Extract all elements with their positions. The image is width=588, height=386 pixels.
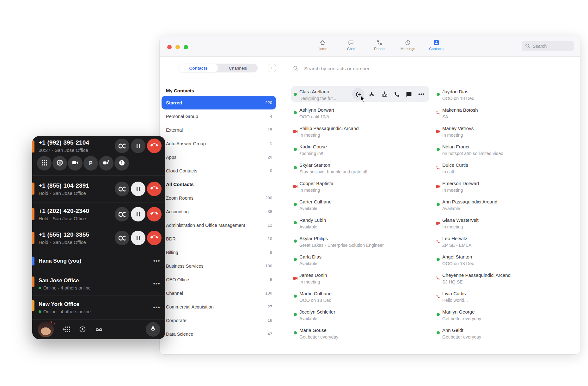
tab-contacts[interactable]: Contacts [179,64,218,72]
contact-name: Ann Passaquindici Arcand [442,199,574,205]
record-button[interactable] [52,156,67,171]
sidebar-directory-business-services[interactable]: Business Services 180 [162,259,276,273]
contact-name: Skylar Philips [299,235,431,241]
call-row-4[interactable]: +1 (555) 120-3355 Hold · San Jose Office [32,226,165,250]
call-row-2[interactable]: +1 (855) 104-2391 Hold · San Jose Office [32,176,165,202]
end-call-button[interactable] [147,139,162,153]
contact-row-ashlynn-dorwart[interactable]: Ashlynn Dorwart OOO until 10/5 [291,106,431,124]
merge-call-button[interactable] [115,231,129,245]
contact-row-jaydon-dias[interactable]: Jaydon Dias OOO on 18 Dec [434,87,574,106]
info-button[interactable] [114,156,129,171]
dialpad-button[interactable] [37,156,52,171]
add-contact-button[interactable]: + [268,64,276,72]
pause-icon [137,187,140,191]
contact-row-clara-arellano[interactable]: ••• Clara Arellano Designing the fut... [291,87,431,106]
minimize-window-button[interactable] [175,45,180,49]
sidebar-directory-administration-and-office-management[interactable]: Administration and Office Management 12 [162,218,276,232]
contact-row-kadin-gouse[interactable]: Kadin Gouse zooming in!! [291,142,431,161]
sidebar-directory-bdr[interactable]: BDR 10 [162,232,276,246]
merge-call-button[interactable] [115,207,129,221]
dialpad-add-icon[interactable] [62,325,70,333]
tab-channels[interactable]: Channels [218,64,258,72]
sidebar-group-external[interactable]: External 15 [162,123,276,137]
more-options-icon[interactable]: ••• [153,304,160,311]
item-count: 38 [268,209,272,214]
call-row-3[interactable]: +1 (202) 420-2340 Hold · San Jose Office [32,202,165,226]
sidebar-directory-billing[interactable]: Billing 8 [162,246,276,259]
contact-row-skylar-philips[interactable]: Skylar Philips Great Lakes - Enterprise … [291,234,431,252]
hold-button[interactable] [131,139,145,153]
hold-button[interactable] [131,231,145,245]
merge-call-button[interactable] [115,139,129,153]
sidebar-directory-ceo-office[interactable]: CEO Office 6 [162,273,276,286]
on-call-badge-icon [50,320,57,327]
zoom-window-button[interactable] [184,45,188,49]
avatar[interactable] [38,321,54,337]
contact-name: Cheyenne Passaquindici Arcand [442,272,574,278]
video-button[interactable] [68,156,83,171]
park-button[interactable]: P [83,156,98,171]
contact-row-giana-westervelt[interactable]: Giana Westervelt In meeting [434,216,574,234]
line-row-hana-song-you[interactable]: Hana Song (you) ••• [32,250,165,272]
end-call-button[interactable] [147,231,162,245]
contact-row-livia-curtis[interactable]: Livia Curtis Hello world... [434,289,574,308]
contact-name: Nolan Franci [442,144,574,150]
contact-row-dulce-curtis[interactable]: Dulce Curtis In call [434,161,574,179]
contact-row-jocelyn-schleifer[interactable]: Jocelyn Schleifer Available [291,308,431,326]
contact-search-input[interactable] [303,65,438,72]
sidebar-group-apps[interactable]: Apps 20 [162,150,276,164]
nav-tab-contacts[interactable]: Contacts [424,39,449,51]
sidebar-directory-channel[interactable]: Channel 100 [162,286,276,300]
contact-row-james-donin[interactable]: James Donin In meeting [291,271,431,289]
sidebar-directory-corporate[interactable]: Corporate 16 [162,314,276,327]
contact-row-marilyn-george[interactable]: Marilyn George Get better everyday [434,308,574,326]
hold-button[interactable] [131,207,145,221]
contact-row-marley-vetrovs[interactable]: Marley Vetrovs In meeting [434,124,574,142]
merge-call-button[interactable] [115,182,129,196]
sidebar-directory-accounting[interactable]: Accounting 38 [162,205,276,218]
add-video-button[interactable] [99,156,113,171]
contact-row-carla-dias[interactable]: Carla Dias Available [291,252,431,271]
contact-row-carter-culhane[interactable]: Carter Culhane Available [291,197,431,216]
contact-row-randy-lubin[interactable]: Randy Lubin Available [291,216,431,234]
contact-row-makenna-botosh[interactable]: Makenna Botosh SA [434,106,574,124]
contact-row-maria-gouse[interactable]: Maria Gouse Get better everyday [291,326,431,344]
history-icon[interactable] [78,325,87,333]
close-window-button[interactable] [167,45,172,49]
end-call-button[interactable] [147,207,162,221]
global-search[interactable]: Search [522,41,574,51]
voicemail-icon[interactable] [95,325,103,333]
call-row-1[interactable]: +1 (992) 395-2104 00:27 · San Jose Offic… [32,136,165,176]
presence-in-meeting-icon [436,221,440,225]
sidebar-group-auto-answer-group[interactable]: Auto Answer Group 1 [162,137,276,150]
nav-tab-home[interactable]: Home [310,39,335,51]
contact-row-ann-geidt[interactable]: Ann Geidt Get better everyday [434,326,574,344]
sidebar-directory-data-science[interactable]: Data Science 47 [162,327,276,341]
sidebar-directory-commercial-acquisition[interactable]: Commercial Acquisition 27 [162,300,276,314]
sidebar-group-personal-group[interactable]: Personal Group 4 [162,109,276,123]
end-call-button[interactable] [147,182,162,196]
contact-row-emerson-dorwart[interactable]: Emerson Dorwart In meeting [434,179,574,197]
contact-row-angel-stanton[interactable]: Angel Stanton OOO on 18 Dec [434,252,574,271]
microphone-button[interactable] [146,322,160,337]
contact-row-cooper-baptista[interactable]: Cooper Baptista In meeting [291,179,431,197]
line-status: Online · 4 others online [39,285,91,290]
more-options-icon[interactable]: ••• [153,258,160,264]
sidebar-directory-zoom-rooms[interactable]: Zoom Rooms 200 [162,191,276,205]
contact-row-nolan-franci[interactable]: Nolan Franci on hotspot atm so limited v… [434,142,574,161]
sidebar-group-starred[interactable]: Starred 220 [162,96,276,109]
more-options-icon[interactable]: ••• [153,281,160,287]
sidebar-group-cloud-contacts[interactable]: Cloud Contacts 0 [162,164,276,177]
contact-row-phillip-passaquindici-arcand[interactable]: Phillip Passaquindici Arcand In meeting [291,124,431,142]
contact-row-ann-passaquindici-arcand[interactable]: Ann Passaquindici Arcand Available [434,197,574,216]
line-row-new-york-office[interactable]: New York Office Online · 4 others online… [32,296,165,320]
contact-row-skylar-stanton[interactable]: Skylar Stanton Stay positive, humble and… [291,161,431,179]
nav-tab-chat[interactable]: Chat [338,39,364,51]
contact-row-leo-herwitz[interactable]: Leo Herwitz ZP SE - EMEA [434,234,574,252]
nav-tab-meetings[interactable]: Meetings [395,39,420,51]
hold-button[interactable] [131,182,145,196]
contact-row-martin-culhane[interactable]: Martin Culhane OOO on 18 Dec [291,289,431,308]
line-row-san-jose-office[interactable]: San Jose Office Online · 4 others online… [32,272,165,296]
nav-tab-phone[interactable]: Phone [367,39,392,51]
contact-row-cheyenne-passaquindici-arcand[interactable]: Cheyenne Passaquindici Arcand SJ-HQ SE [434,271,574,289]
